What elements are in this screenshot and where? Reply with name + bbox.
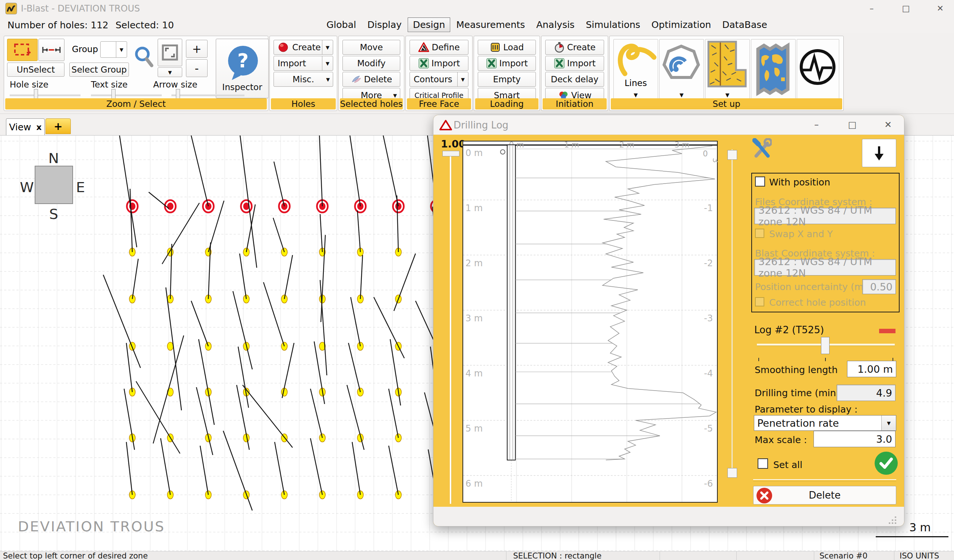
max-scale-field[interactable]: 3.0 [814, 431, 895, 447]
deviation-line [240, 254, 246, 299]
button-move[interactable]: Move [343, 40, 400, 55]
lines-button[interactable]: Lines ▼ [613, 39, 658, 101]
group-title-initiation: Initiation [542, 98, 607, 109]
chevron-down-icon[interactable]: ▼ [614, 92, 658, 98]
inspector-button[interactable]: ? Inspector [216, 39, 269, 98]
tab-view[interactable]: View x [6, 118, 45, 135]
menu-tab-optimization[interactable]: Optimization [646, 17, 716, 32]
right-slider-thumb-bottom[interactable] [728, 468, 737, 478]
button-import[interactable]: Import [478, 56, 536, 71]
maximize-button[interactable]: □ [894, 0, 918, 17]
close-button[interactable]: ✕ [929, 0, 952, 17]
left-vertical-slider-track[interactable] [450, 154, 452, 504]
blast-cs-field[interactable]: 32612 : WGS 84 / UTM zone 12N [754, 259, 896, 275]
group-title-holes: Holes [271, 98, 336, 109]
seismograph-button[interactable] [797, 39, 839, 101]
button-misc-[interactable]: Misc.▼ [274, 72, 333, 87]
menu-tab-analysis[interactable]: Analysis [531, 17, 580, 32]
size-slider-track[interactable] [91, 94, 162, 96]
files-cs-field[interactable]: 32612 : WGS 84 / UTM zone 12N [754, 208, 896, 224]
delete-label: Delete [809, 490, 840, 501]
button-label: Empty [493, 75, 521, 84]
button-deck-delay[interactable]: Deck delay [545, 72, 604, 87]
button-create[interactable]: Create [545, 40, 604, 55]
smoothing-field[interactable]: 1.00 m [847, 361, 896, 377]
button-define[interactable]: Define [410, 40, 468, 55]
parameter-dropdown[interactable]: Penetration rate ▼ [754, 415, 896, 431]
chevron-down-icon[interactable]: ▼ [322, 40, 333, 54]
size-slider-track[interactable] [10, 94, 81, 96]
minimize-button[interactable]: – [860, 0, 883, 17]
chevron-down-icon[interactable]: ▼ [659, 92, 703, 98]
chevron-down-icon[interactable]: ▼ [705, 92, 750, 98]
right-vertical-slider-track[interactable] [731, 149, 733, 477]
unselect-button[interactable]: UnSelect [7, 62, 64, 77]
scale-bar-label: 3 m [909, 521, 931, 534]
button-contours[interactable]: Contours▼ [410, 72, 468, 87]
charged-hole-button[interactable]: ▼ [705, 39, 750, 101]
log-slider-thumb[interactable] [821, 337, 829, 354]
menu-tab-measurements[interactable]: Measurements [451, 17, 530, 32]
dialog-close-button[interactable]: ✕ [878, 117, 898, 132]
zoom-out-button[interactable]: - [186, 59, 207, 77]
size-slider-track[interactable] [171, 94, 245, 96]
button-modify[interactable]: Modify [343, 56, 400, 71]
max-scale-label: Max scale : [754, 434, 807, 445]
swap-xy-checkbox[interactable] [755, 229, 764, 238]
zoom-button[interactable] [132, 41, 156, 79]
menu-tab-display[interactable]: Display [362, 17, 407, 32]
apply-button[interactable] [874, 452, 898, 475]
new-view-tab-button[interactable]: + [45, 118, 71, 134]
zoom-in-button[interactable]: + [186, 40, 207, 58]
menu-tab-database[interactable]: DataBase [717, 17, 773, 32]
dialog-minimize-button[interactable]: – [806, 117, 827, 132]
export-button[interactable] [862, 139, 896, 167]
ribbon-group-initiation: CreateImportDeck delayViewInitiation [541, 36, 608, 111]
map-button[interactable] [751, 39, 796, 101]
button-import[interactable]: Import [545, 56, 604, 71]
button-empty[interactable]: Empty [478, 72, 536, 87]
right-slider-thumb-top[interactable] [728, 150, 737, 160]
with-position-checkbox[interactable] [755, 176, 765, 187]
button-import[interactable]: Import▼ [274, 56, 333, 71]
excel-icon [418, 58, 429, 69]
chevron-down-icon[interactable]: ▼ [322, 56, 333, 70]
dialog-maximize-button[interactable]: □ [842, 117, 863, 132]
uncertainty-field[interactable]: 0.50 [862, 279, 896, 294]
button-load[interactable]: Load [478, 40, 536, 55]
hole[interactable] [167, 248, 173, 256]
set-all-label: Set all [773, 459, 802, 470]
delete-log-button[interactable]: Delete [753, 486, 896, 504]
chevron-down-icon[interactable]: ▼ [116, 42, 127, 58]
drilling-log-chart[interactable]: 0 m1 m2 m3 m030 m1 m2 m3 m4 m5 m6 m-1-2-… [463, 141, 718, 502]
rectangle-select-button[interactable] [7, 39, 37, 61]
resize-grip[interactable] [889, 516, 897, 525]
chevron-down-icon[interactable]: ▼ [326, 77, 330, 82]
hole[interactable] [167, 342, 173, 350]
selected-hole[interactable] [241, 200, 252, 213]
zoom-extents-dropdown[interactable]: ▼ [157, 67, 182, 77]
selected-hole[interactable] [127, 200, 138, 213]
menu-tab-design[interactable]: Design [408, 17, 450, 32]
menu-tab-global[interactable]: Global [321, 17, 362, 32]
chevron-down-icon[interactable]: ▼ [881, 415, 896, 431]
smoothing-label: Smoothing length [754, 364, 838, 375]
dialog-title-bar[interactable]: Drilling Log – □ ✕ [433, 115, 904, 135]
ribbon-group-selected-holes: MoveModifyDeleteMore▼Selected holes [338, 36, 404, 111]
correct-position-checkbox[interactable] [755, 297, 764, 306]
button-delete[interactable]: Delete [343, 72, 400, 87]
select-group-button[interactable]: Select Group [69, 62, 129, 77]
tools-icon[interactable] [752, 138, 772, 159]
button-create[interactable]: Create▼ [274, 40, 333, 55]
wireless-setup-button[interactable]: ▼ [659, 39, 704, 101]
zoom-extents-button[interactable] [157, 39, 182, 66]
group-combobox[interactable]: ▼ [100, 41, 127, 58]
chevron-down-icon[interactable]: ▼ [393, 93, 397, 98]
button-import[interactable]: Import [410, 56, 468, 71]
menu-tab-simulations[interactable]: Simulations [581, 17, 645, 32]
view-tab-close-icon[interactable]: x [36, 123, 42, 132]
left-vertical-slider-thumb[interactable] [442, 151, 460, 156]
chevron-down-icon[interactable]: ▼ [457, 72, 468, 86]
set-all-checkbox[interactable] [758, 458, 768, 469]
measure-button[interactable] [38, 39, 64, 61]
